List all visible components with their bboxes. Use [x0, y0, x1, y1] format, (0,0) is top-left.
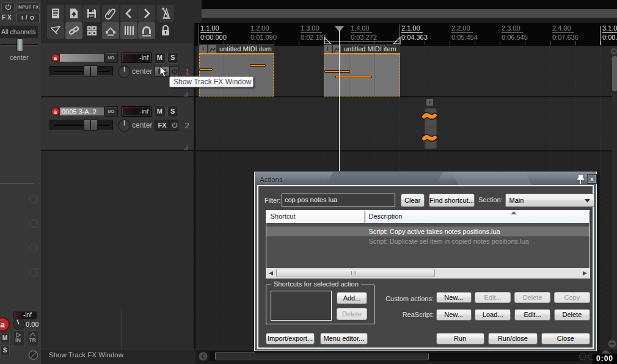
svg-text:a: a: [0, 320, 5, 329]
